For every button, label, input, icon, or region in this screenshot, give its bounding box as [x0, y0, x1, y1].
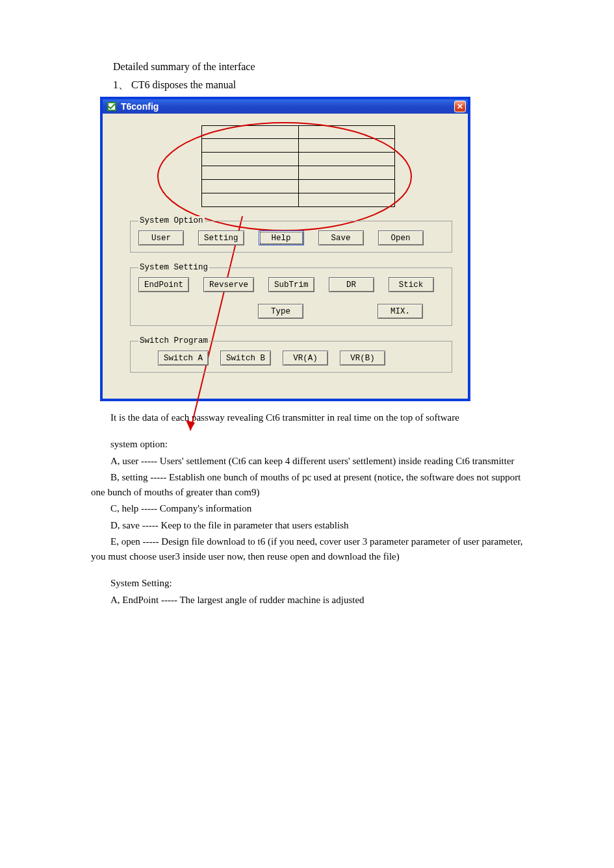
system-setting-group: System Setting EndPoint Revserve SubTrim… — [130, 263, 452, 326]
subtrim-button[interactable]: SubTrim — [268, 277, 314, 292]
vr-b-button[interactable]: VR(B) — [340, 351, 385, 366]
desc-open: E, open ----- Design file download to t6… — [91, 534, 523, 565]
desc-setting: B, setting ----- Establish one bunch of … — [91, 470, 523, 501]
save-button[interactable]: Save — [318, 230, 364, 245]
channel-bar-6 — [201, 193, 395, 207]
switch-a-button[interactable]: Switch A — [158, 351, 209, 366]
data-caption: It is the data of each passway revealing… — [91, 410, 523, 425]
dr-button[interactable]: DR — [329, 277, 374, 292]
close-button[interactable]: ✕ — [454, 101, 466, 112]
explanation-text: It is the data of each passway revealing… — [0, 405, 614, 635]
client-area: System Option User Setting Help Save Ope… — [103, 114, 468, 399]
channel-bar-1 — [201, 125, 395, 139]
channel-bar-3 — [201, 153, 395, 166]
channel-bar-5 — [201, 180, 395, 193]
desc-save: D, save ----- Keep to the file in parame… — [91, 518, 523, 533]
close-icon: ✕ — [457, 103, 463, 110]
titlebar: T6config ✕ — [103, 99, 468, 114]
mix-button[interactable]: MIX. — [377, 304, 423, 319]
type-button[interactable]: Type — [258, 304, 303, 319]
vr-a-button[interactable]: VR(A) — [283, 351, 328, 366]
switch-program-group: Switch Program Switch A Switch B VR(A) V… — [130, 336, 452, 373]
channel-bar-2 — [201, 139, 395, 153]
endpoint-button[interactable]: EndPoint — [138, 277, 189, 292]
switch-b-button[interactable]: Switch B — [220, 351, 271, 366]
desc-help: C, help ----- Company's information — [91, 501, 523, 516]
user-button[interactable]: User — [138, 230, 184, 245]
system-setting-legend: System Setting — [138, 263, 209, 272]
channel-bars — [201, 125, 452, 207]
revserve-button[interactable]: Revserve — [203, 277, 254, 292]
intro-line-2: 1、 CT6 disposes the manual — [113, 77, 523, 93]
help-button[interactable]: Help — [259, 230, 304, 245]
window-title: T6config — [121, 101, 159, 112]
switch-program-legend: Switch Program — [138, 336, 209, 345]
system-setting-header: System Setting: — [91, 576, 523, 591]
desc-user: A, user ----- Users' settlement (Ct6 can… — [91, 454, 523, 469]
app-icon — [107, 101, 117, 112]
system-option-legend: System Option — [138, 216, 205, 225]
open-button[interactable]: Open — [378, 230, 424, 245]
system-option-group: System Option User Setting Help Save Ope… — [130, 216, 452, 253]
setting-button[interactable]: Setting — [198, 230, 244, 245]
intro-line-1: Detailed summary of the interface — [113, 58, 523, 75]
desc-endpoint: A, EndPoint ----- The largest angle of r… — [91, 593, 523, 608]
t6config-window: T6config ✕ System Option User Setting He… — [100, 97, 470, 401]
system-option-header: system option: — [91, 437, 523, 452]
intro-text: Detailed summary of the interface 1、 CT6… — [0, 58, 614, 93]
stick-button[interactable]: Stick — [389, 277, 434, 292]
channel-bar-4 — [201, 166, 395, 180]
